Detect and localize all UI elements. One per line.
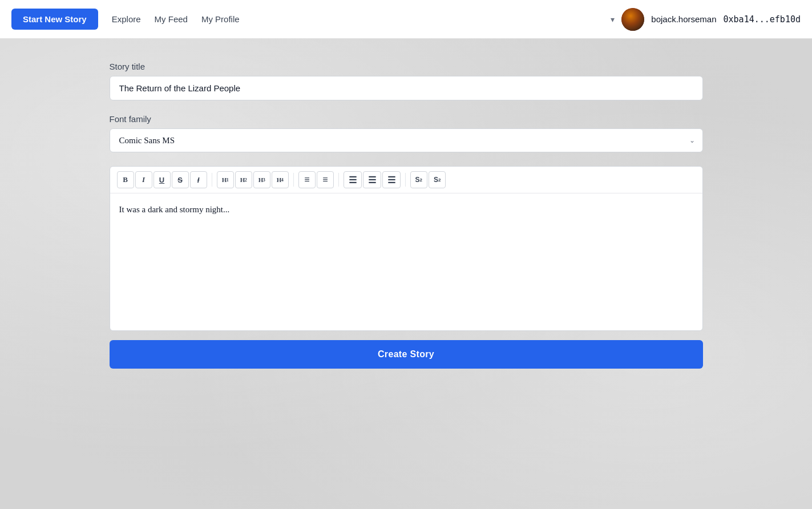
text-format-group: B I U S I	[117, 171, 207, 188]
h4-button[interactable]: H4	[272, 171, 289, 188]
my-profile-link[interactable]: My Profile	[201, 12, 240, 26]
explore-link[interactable]: Explore	[112, 12, 141, 26]
editor-toolbar: B I U S I H1 H2 H3 H4 ≡ ≡	[110, 167, 702, 193]
list-group: ≡ ≡	[298, 171, 334, 188]
font-family-select[interactable]: Comic Sans MS Arial Georgia Times New Ro…	[110, 128, 703, 152]
divider-4	[405, 173, 406, 187]
font-family-section: Font family Comic Sans MS Arial Georgia …	[110, 114, 703, 152]
story-title-label: Story title	[110, 62, 703, 71]
editor-body[interactable]: It was a dark and stormy night...	[110, 193, 702, 330]
strikethrough-button[interactable]: S	[172, 171, 189, 188]
avatar-image	[621, 8, 644, 31]
story-title-section: Story title	[110, 62, 703, 100]
align-right-button[interactable]: ☰	[382, 171, 401, 188]
underline-button[interactable]: U	[153, 171, 171, 188]
font-family-label: Font family	[110, 114, 703, 124]
subscript-button[interactable]: S2	[429, 171, 446, 188]
main-content: Story title Font family Comic Sans MS Ar…	[98, 39, 714, 403]
story-title-input[interactable]	[110, 76, 703, 100]
dropdown-chevron-icon[interactable]: ▾	[611, 15, 615, 24]
align-group: ☰ ☰ ☰	[344, 171, 401, 188]
divider-1	[212, 173, 212, 187]
username-label: bojack.horseman	[651, 14, 716, 24]
superscript-button[interactable]: S2	[410, 171, 427, 188]
editor-container: B I U S I H1 H2 H3 H4 ≡ ≡	[110, 166, 703, 331]
h2-button[interactable]: H2	[235, 171, 252, 188]
wallet-address-label: 0xba14...efb10d	[724, 14, 801, 25]
align-center-button[interactable]: ☰	[363, 171, 381, 188]
divider-2	[293, 173, 294, 187]
italic-strikethrough-button[interactable]: I	[190, 171, 207, 188]
start-new-story-button[interactable]: Start New Story	[11, 9, 98, 30]
my-feed-link[interactable]: My Feed	[155, 12, 188, 26]
create-story-button[interactable]: Create Story	[110, 340, 703, 369]
bullet-list-button[interactable]: ≡	[298, 171, 316, 188]
align-left-button[interactable]: ☰	[344, 171, 362, 188]
navbar-left: Start New Story Explore My Feed My Profi…	[11, 9, 611, 30]
navbar-right: ▾ bojack.horseman 0xba14...efb10d	[611, 8, 801, 31]
avatar	[621, 8, 644, 31]
h3-button[interactable]: H3	[253, 171, 270, 188]
bold-button[interactable]: B	[117, 171, 134, 188]
script-group: S2 S2	[410, 171, 446, 188]
ordered-list-button[interactable]: ≡	[317, 171, 334, 188]
navbar: Start New Story Explore My Feed My Profi…	[0, 0, 812, 39]
italic-button[interactable]: I	[135, 171, 152, 188]
divider-3	[338, 173, 339, 187]
font-select-wrapper: Comic Sans MS Arial Georgia Times New Ro…	[110, 128, 703, 152]
h1-button[interactable]: H1	[217, 171, 234, 188]
heading-group: H1 H2 H3 H4	[217, 171, 289, 188]
